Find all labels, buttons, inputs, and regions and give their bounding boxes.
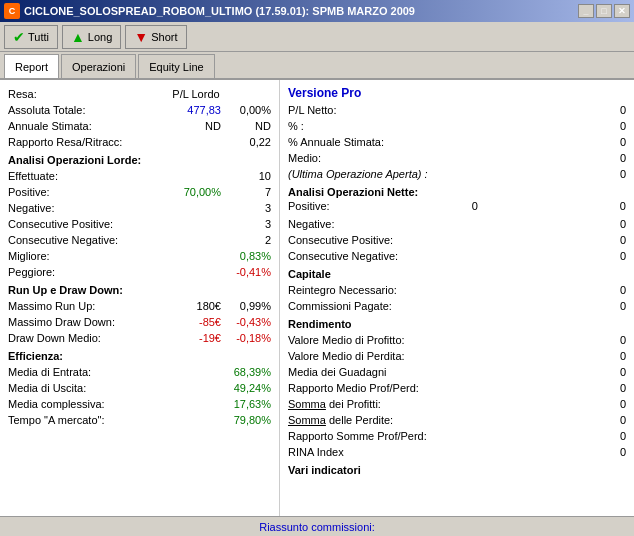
- short-button[interactable]: ▼ Short: [125, 25, 186, 49]
- toolbar: ✔ Tutti ▲ Long ▼ Short: [0, 22, 634, 52]
- media-guadagni-value: 0: [596, 364, 626, 380]
- pl-netto-row: P/L Netto: 0: [288, 102, 626, 118]
- assoluta-totale-pct: 0,00%: [221, 104, 271, 116]
- tempo-mercato-value: 79,80%: [231, 412, 271, 428]
- rapporto-row: Rapporto Resa/Ritracc: 0,22: [8, 134, 271, 150]
- status-bar: Riassunto commissioni:: [0, 516, 634, 536]
- drawdown-medio-row: Draw Down Medio: -19€ -0,18%: [8, 330, 271, 346]
- somma-profitti-label: Somma dei Profitti:: [288, 396, 596, 412]
- close-button[interactable]: ✕: [614, 4, 630, 18]
- valore-perdita-value: 0: [596, 348, 626, 364]
- consec-positive-row: Consecutive Positive: 3: [8, 216, 271, 232]
- positive-nette-val1: 0: [458, 200, 478, 216]
- rapporto-label: Rapporto Resa/Ritracc:: [8, 134, 231, 150]
- rina-label: RINA Index: [288, 444, 596, 460]
- title-controls[interactable]: _ □ ✕: [578, 4, 630, 18]
- pl-netto-value: 0: [596, 102, 626, 118]
- media-entrata-row: Media di Entrata: 68,39%: [8, 364, 271, 380]
- annuale-stimata-pct: ND: [221, 120, 271, 132]
- negative-nette-row: Negative: 0: [288, 216, 626, 232]
- massimo-drawdown-val2: -0,43%: [221, 316, 271, 328]
- rapporto-somme-value: 0: [596, 428, 626, 444]
- effettuate-value: 10: [231, 168, 271, 184]
- rapporto-somme-row: Rapporto Somme Prof/Perd: 0: [288, 428, 626, 444]
- ultima-op-label: (Ultima Operazione Aperta) :: [288, 166, 596, 182]
- somma-profitti-row: Somma dei Profitti: 0: [288, 396, 626, 412]
- minimize-button[interactable]: _: [578, 4, 594, 18]
- positive-nette-label: Positive:: [288, 200, 330, 216]
- rina-row: RINA Index 0: [288, 444, 626, 460]
- title-bar: C CICLONE_SOLOSPREAD_ROBOM_ULTIMO (17.59…: [0, 0, 634, 22]
- somma-perdite-row: Somma delle Perdite: 0: [288, 412, 626, 428]
- commissioni-label: Commissioni Pagate:: [288, 298, 596, 314]
- media-complessiva-label: Media complessiva:: [8, 396, 231, 412]
- assoluta-totale-value: 477,83: [171, 104, 221, 116]
- commissioni-value: 0: [596, 298, 626, 314]
- positive-value: 7: [221, 186, 271, 198]
- effettuate-row: Effettuate: 10: [8, 168, 271, 184]
- rapporto-medio-label: Rapporto Medio Prof/Perd:: [288, 380, 596, 396]
- right-panel: Versione Pro P/L Netto: 0 % : 0 % Annual…: [280, 80, 634, 516]
- drawdown-medio-val1: -19€: [171, 332, 221, 344]
- long-label: Long: [88, 31, 112, 43]
- check-icon: ✔: [13, 29, 25, 45]
- rapporto-value: 0,22: [231, 134, 271, 150]
- consec-pos-nette-row: Consecutive Positive: 0: [288, 232, 626, 248]
- commissioni-row: Commissioni Pagate: 0: [288, 298, 626, 314]
- analisi-nette-title: Analisi Operazioni Nette:: [288, 186, 626, 198]
- efficienza-title: Efficienza:: [8, 350, 271, 362]
- runup-title: Run Up e Draw Down:: [8, 284, 271, 296]
- media-guadagni-label: Media dei Guadagni: [288, 364, 596, 380]
- annuale-stimata-label: Annuale Stimata:: [8, 120, 171, 132]
- positive-row: Positive: 70,00% 7: [8, 184, 271, 200]
- media-uscita-label: Media di Uscita:: [8, 380, 231, 396]
- rendimento-title: Rendimento: [288, 318, 626, 330]
- tab-bar: Report Operazioni Equity Line: [0, 52, 634, 80]
- short-label: Short: [151, 31, 177, 43]
- reintegro-label: Reintegro Necessario:: [288, 282, 596, 298]
- assoluta-totale-label: Assoluta Totale:: [8, 104, 171, 116]
- status-label: Riassunto commissioni:: [259, 521, 375, 533]
- ultima-op-value: 0: [596, 166, 626, 182]
- massimo-runup-label: Massimo Run Up:: [8, 300, 171, 312]
- pct-annuale-label: % Annuale Stimata:: [288, 134, 596, 150]
- reintegro-row: Reintegro Necessario: 0: [288, 282, 626, 298]
- media-complessiva-row: Media complessiva: 17,63%: [8, 396, 271, 412]
- consec-neg-nette-label: Consecutive Negative:: [288, 248, 596, 264]
- media-entrata-value: 68,39%: [231, 364, 271, 380]
- long-button[interactable]: ▲ Long: [62, 25, 121, 49]
- positive-nette-val2: 0: [606, 200, 626, 216]
- medio-row: Medio: 0: [288, 150, 626, 166]
- media-entrata-label: Media di Entrata:: [8, 364, 231, 380]
- consec-positive-value: 3: [231, 216, 271, 232]
- migliore-label: Migliore:: [8, 248, 231, 264]
- pl-netto-label: P/L Netto:: [288, 102, 596, 118]
- medio-value: 0: [596, 150, 626, 166]
- tutti-button[interactable]: ✔ Tutti: [4, 25, 58, 49]
- reintegro-value: 0: [596, 282, 626, 298]
- migliore-row: Migliore: 0,83%: [8, 248, 271, 264]
- peggiore-label: Peggiore:: [8, 264, 231, 280]
- analisi-lorde-title: Analisi Operazioni Lorde:: [8, 154, 271, 166]
- annuale-stimata-value: ND: [171, 120, 221, 132]
- maximize-button[interactable]: □: [596, 4, 612, 18]
- massimo-runup-val1: 180€: [171, 300, 221, 312]
- pct-label: % :: [288, 118, 596, 134]
- media-complessiva-value: 17,63%: [231, 396, 271, 412]
- pct-value: 0: [596, 118, 626, 134]
- tab-operazioni[interactable]: Operazioni: [61, 54, 136, 78]
- assoluta-totale-row: Assoluta Totale: 477,83 0,00%: [8, 102, 271, 118]
- peggiore-row: Peggiore: -0,41%: [8, 264, 271, 280]
- tab-equity-line[interactable]: Equity Line: [138, 54, 214, 78]
- consec-pos-nette-value: 0: [596, 232, 626, 248]
- somma-profitti-value: 0: [596, 396, 626, 412]
- consec-neg-nette-row: Consecutive Negative: 0: [288, 248, 626, 264]
- window-title: CICLONE_SOLOSPREAD_ROBOM_ULTIMO (17.59.0…: [24, 5, 415, 17]
- annuale-stimata-row: Annuale Stimata: ND ND: [8, 118, 271, 134]
- valore-perdita-row: Valore Medio di Perdita: 0: [288, 348, 626, 364]
- tab-report[interactable]: Report: [4, 54, 59, 78]
- drawdown-medio-val2: -0,18%: [221, 332, 271, 344]
- ultima-op-row: (Ultima Operazione Aperta) : 0: [288, 166, 626, 182]
- arrow-up-icon: ▲: [71, 29, 85, 45]
- peggiore-value: -0,41%: [231, 264, 271, 280]
